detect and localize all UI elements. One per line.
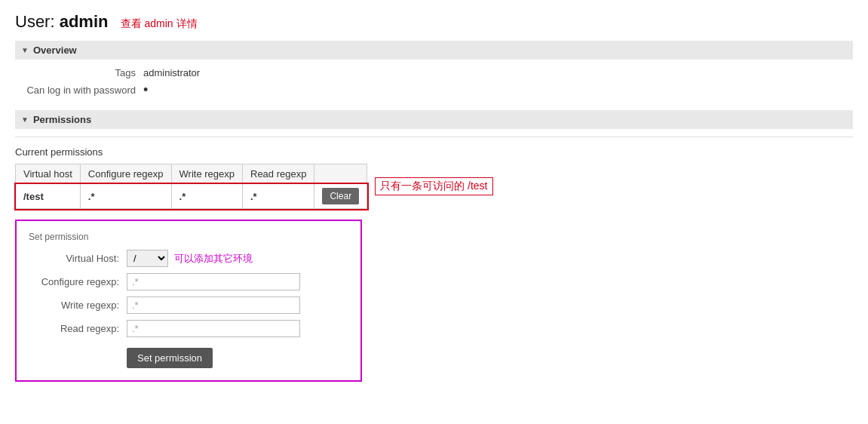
virtual-host-select[interactable]: / /test [127, 250, 168, 267]
view-admin-link[interactable]: 查看 admin 详情 [121, 17, 198, 29]
write-row: Write regexp: [29, 296, 348, 314]
cell-write: .* [171, 184, 242, 209]
cell-read: .* [243, 184, 314, 209]
can-login-label: Can log in with password [23, 84, 143, 96]
virtual-host-row: Virtual Host: / /test 可以添加其它环境 [29, 250, 348, 267]
cell-clear: Clear [314, 184, 367, 209]
read-row: Read regexp: [29, 320, 348, 337]
tags-value: administrator [143, 67, 200, 78]
user-label: User: [15, 12, 55, 31]
permissions-section-header[interactable]: ▼ Permissions [15, 110, 853, 129]
overview-arrow-icon: ▼ [21, 46, 29, 54]
set-permission-box: Set permission Virtual Host: / /test 可以添… [15, 220, 362, 382]
overview-content: Tags administrator Can log in with passw… [23, 67, 853, 97]
overview-section-header[interactable]: ▼ Overview [15, 41, 853, 60]
cell-configure: .* [80, 184, 171, 209]
can-add-note: 可以添加其它环境 [174, 252, 253, 266]
table-with-annotation: Virtual host Configure regexp Write rege… [15, 164, 853, 209]
table-row: /test .* .* .* Clear [16, 184, 367, 209]
permissions-arrow-icon: ▼ [21, 115, 29, 124]
virtual-host-label: Virtual Host: [29, 253, 127, 264]
can-login-row: Can log in with password • [23, 83, 853, 97]
col-vhost: Virtual host [16, 164, 81, 184]
clear-button[interactable]: Clear [322, 188, 359, 204]
permissions-title: Permissions [33, 114, 91, 125]
read-label: Read regexp: [29, 323, 127, 334]
col-configure: Configure regexp [80, 164, 171, 184]
col-actions [314, 164, 367, 184]
configure-input[interactable] [127, 273, 300, 290]
set-permission-button[interactable]: Set permission [127, 348, 213, 368]
set-permission-legend: Set permission [29, 232, 348, 242]
cell-vhost: /test [16, 184, 81, 209]
configure-row: Configure regexp: [29, 273, 348, 290]
write-input[interactable] [127, 296, 300, 314]
col-read: Read regexp [243, 164, 314, 184]
tags-row: Tags administrator [23, 67, 853, 78]
col-write: Write regexp [171, 164, 242, 184]
page-title: User: admin 查看 admin 详情 [15, 12, 853, 32]
current-permissions-title: Current permissions [15, 146, 853, 158]
overview-title: Overview [33, 45, 77, 56]
annotation-text: 只有一条可访问的 /test [375, 177, 492, 195]
table-header-row: Virtual host Configure regexp Write rege… [16, 164, 367, 184]
write-label: Write regexp: [29, 300, 127, 311]
can-login-value: • [143, 83, 148, 97]
read-input[interactable] [127, 320, 300, 337]
tags-label: Tags [23, 67, 143, 78]
username: admin [60, 12, 109, 31]
divider [15, 137, 853, 137]
permissions-table: Virtual host Configure regexp Write rege… [15, 164, 367, 209]
configure-label: Configure regexp: [29, 276, 127, 287]
